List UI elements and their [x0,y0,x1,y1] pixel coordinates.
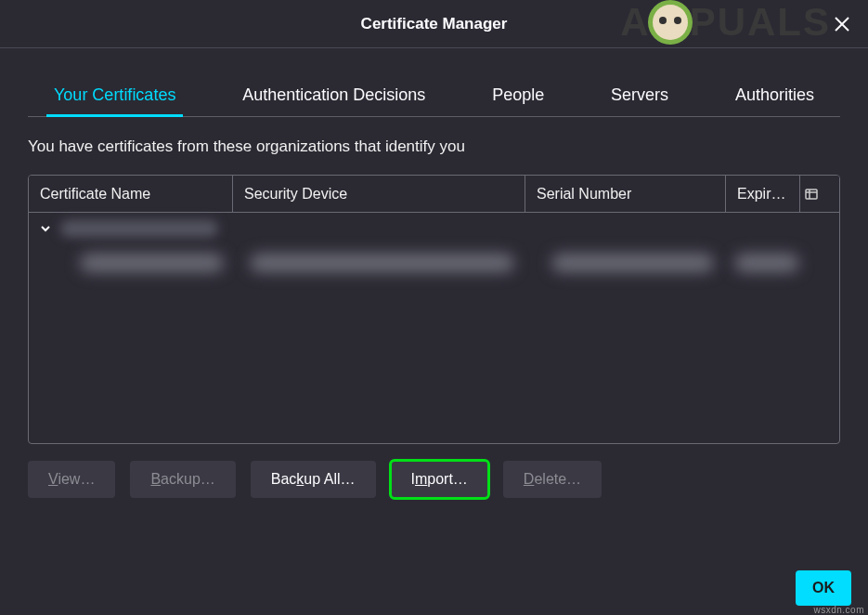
org-name-redacted [60,220,218,237]
dialog-title: Certificate Manager [361,15,508,33]
chevron-down-icon [40,223,51,234]
tab-servers[interactable]: Servers [603,76,676,116]
ok-button[interactable]: OK [796,570,851,606]
column-header-expires[interactable]: Expir… [726,176,800,212]
close-button[interactable] [827,9,857,39]
attribution-text: wsxdn.com [813,605,864,615]
expand-toggle[interactable] [38,221,53,236]
svg-rect-2 [806,190,817,199]
column-header-serial-number[interactable]: Serial Number [525,176,726,212]
tab-your-certificates[interactable]: Your Certificates [46,76,183,116]
import-button[interactable]: Import… [391,461,488,498]
column-header-security-device[interactable]: Security Device [233,176,525,212]
view-button[interactable]: View… [28,461,115,498]
column-picker-icon [805,188,818,201]
cert-expires-redacted [734,254,799,272]
table-row[interactable] [29,213,839,244]
table-body [29,213,839,281]
action-button-row: View… Backup… Backup All… Import… Delete… [28,461,840,498]
tab-bar: Your Certificates Authentication Decisio… [28,76,840,117]
table-header-row: Certificate Name Security Device Serial … [29,176,839,213]
column-header-name[interactable]: Certificate Name [29,176,233,212]
tab-authentication-decisions[interactable]: Authentication Decisions [235,76,433,116]
certificates-table: Certificate Name Security Device Serial … [28,175,840,444]
dialog-content: Your Certificates Authentication Decisio… [0,48,868,507]
cert-name-redacted [80,254,224,272]
tab-people[interactable]: People [485,76,551,116]
dialog-header: Certificate Manager [0,0,868,48]
tab-authorities[interactable]: Authorities [728,76,822,116]
tab-description: You have certificates from these organiz… [28,137,840,156]
cert-device-redacted [250,254,514,272]
backup-all-button[interactable]: Backup All… [251,461,376,498]
column-picker-button[interactable] [800,176,823,212]
close-icon [834,16,850,33]
backup-button[interactable]: Backup… [130,461,235,498]
table-row[interactable] [29,244,839,281]
delete-button[interactable]: Delete… [503,461,602,498]
cert-serial-redacted [551,254,714,272]
